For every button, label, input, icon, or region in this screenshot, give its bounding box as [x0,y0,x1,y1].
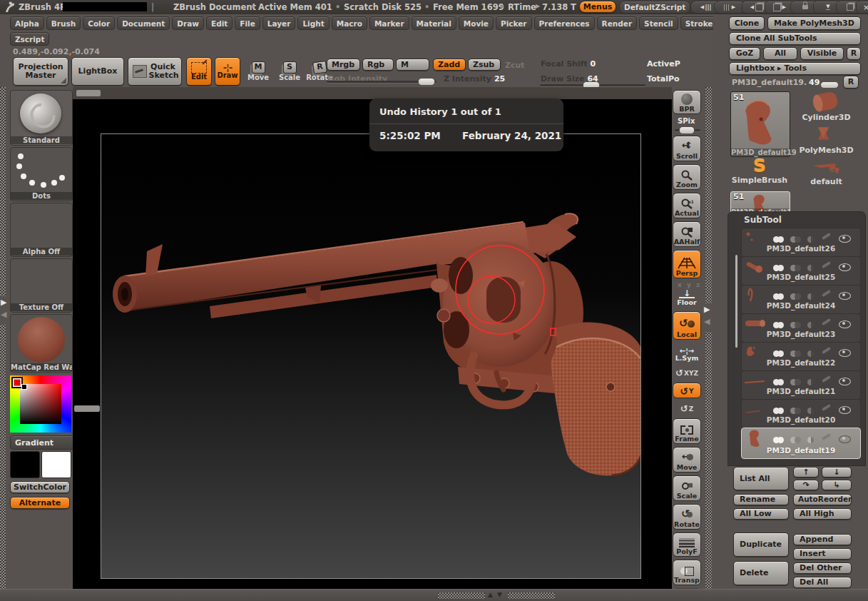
move-3d-button[interactable]: ↔ Move [673,447,701,473]
paint-brush-toggle[interactable] [822,433,831,440]
goz-r-button[interactable]: R [847,47,861,60]
subtool-scrollbar[interactable] [735,255,737,348]
canvas-area[interactable]: Undo History 1 out of 1 5:25:02 PM Febru… [73,87,672,589]
menu-stencil[interactable]: Stencil [639,16,678,30]
persp-button[interactable]: Persp [673,250,701,278]
subtool-row[interactable]: PM3D_default21 [741,370,861,400]
zcut-button[interactable]: Zcut [505,61,525,70]
displacement-toggle[interactable] [807,433,814,446]
subtool-move-up-merge-button[interactable]: ↷ [793,480,819,490]
menu-marker[interactable]: Marker [369,16,409,30]
append-button[interactable]: Append [793,534,852,545]
subtool-row[interactable]: PM3D_default20 [741,399,861,428]
tool-item-cylinder3d[interactable]: Cylinder3D [792,91,861,123]
menu-alpha[interactable]: Alpha [10,16,44,30]
menu-brush[interactable]: Brush [46,16,81,30]
rgb-intensity-slider[interactable] [327,77,436,86]
color-picker[interactable] [10,375,71,433]
polyf-button[interactable]: PolyF [673,532,701,557]
lightbox-button[interactable]: LightBox [71,57,124,86]
scale-3d-button[interactable]: Scale [673,475,701,501]
rename-button[interactable]: Rename [733,494,789,505]
goz-visible-button[interactable]: Visible [800,47,844,60]
subtool-up-button[interactable]: ↑ [793,467,819,478]
paint-brush-toggle[interactable] [822,347,831,354]
visibility-eye-toggle[interactable] [839,406,851,414]
gyro-y-button[interactable]: ↺ Y [673,383,701,398]
current-brush-well[interactable]: Standard [10,90,73,146]
del-other-button[interactable]: Del Other [793,562,852,574]
active-tool-slider-row[interactable]: PM3D_default19. 49 R [729,77,861,89]
paint-brush-toggle[interactable] [822,233,831,240]
rgb-button[interactable]: Rgb [362,59,394,71]
menu-render[interactable]: Render [597,16,638,30]
projection-master-button[interactable]: Projection Master [13,57,68,86]
floor-axes-label[interactable]: x y z [678,281,701,288]
subtool-row[interactable]: PM3D_default23 [741,313,861,343]
paint-brush-toggle[interactable] [822,404,831,411]
clone-button[interactable]: Clone [729,16,765,30]
lightbox-tools-button[interactable]: Lightbox ▸ Tools [729,62,861,75]
menu-stroke[interactable]: Stroke [680,16,718,30]
scrub-right-button[interactable]: ▶ [714,1,745,14]
tool-r-button[interactable]: R [843,76,859,89]
clone-all-subtools-button[interactable]: Clone All SubTools [729,32,861,45]
tool-item-default[interactable]: default [792,157,861,189]
goz-all-button[interactable]: All [763,47,797,60]
menus-button[interactable]: Menus [579,1,616,13]
right-tray-divider[interactable] [705,87,712,589]
floor-button[interactable]: ↓ Floor [673,288,701,307]
menu-document[interactable]: Document [117,16,170,30]
tray-down-icon[interactable]: ▼ [497,591,502,598]
polypaint-toggle[interactable] [773,433,784,446]
delete-button[interactable]: Delete [733,561,789,585]
uv-toggle[interactable] [790,433,801,446]
menu-material[interactable]: Material [412,16,456,30]
move-mode-button[interactable]: M Move [245,59,271,87]
left-tray-divider[interactable] [0,87,6,589]
all-high-button[interactable]: All High [793,508,852,520]
subtool-down-button[interactable]: ↓ [822,467,852,478]
visibility-eye-toggle[interactable] [839,378,851,385]
draw-mode-button[interactable]: -¦- Draw [215,57,240,86]
transp-button[interactable]: Transp [673,560,701,585]
alternate-button[interactable]: Alternate [10,497,70,509]
subtool-row[interactable]: PM3D_default25 [741,256,861,286]
menu-color[interactable]: Color [83,16,115,30]
rotate-3d-button[interactable]: ↺ Rotate [673,504,701,530]
current-texture-well[interactable]: Texture Off [10,258,73,313]
menu-light[interactable]: Light [297,16,329,30]
make-polymesh3d-button[interactable]: Make PolyMesh3D [767,16,861,30]
actual-button[interactable]: x1 Actual [673,193,701,218]
active-tool-slider-thumb[interactable] [820,81,839,89]
visibility-eye-toggle[interactable] [839,292,851,300]
scale-mode-button[interactable]: S Scale [277,59,302,87]
bottom-tray-divider[interactable] [508,592,555,599]
main-color-swatch[interactable] [10,451,40,478]
visibility-eye-toggle[interactable] [839,235,851,243]
current-alpha-well[interactable]: Alpha Off [10,203,73,257]
paint-brush-toggle[interactable] [822,261,831,268]
menu-preferences[interactable]: Preferences [534,16,595,30]
insert-button[interactable]: Insert [793,548,852,560]
menu-layer[interactable]: Layer [262,16,296,30]
visibility-eye-toggle[interactable] [839,435,851,443]
visibility-eye-toggle[interactable] [839,320,851,328]
right-tray-toggle[interactable]: ▶ ◀ [703,303,713,332]
color-sv-square[interactable] [20,384,61,424]
goz-button[interactable]: GoZ [729,47,760,60]
zadd-button[interactable]: Zadd [433,59,466,71]
tray-up-icon[interactable]: ▲ [488,591,493,598]
menu-file[interactable]: File [235,16,260,30]
frame-button[interactable]: Frame [673,418,701,444]
tool-item-simplebrush[interactable]: S SimpleBrush [730,157,789,189]
subtool-header[interactable]: SubTool [728,212,865,226]
paint-brush-toggle[interactable] [822,318,831,325]
canvas-top-handle[interactable] [76,90,101,96]
aahalf-button[interactable]: AAHalf [673,221,701,247]
subtool-row[interactable]: PM3D_default26 [741,228,861,257]
bottom-tray-divider[interactable] [438,592,485,599]
default-zscript-button[interactable]: DefaultZScript [619,1,690,14]
tool-item-polymesh3d[interactable]: ▲▼ PolyMesh3D [792,124,861,156]
autoreorder-button[interactable]: AutoReorder [793,494,852,505]
